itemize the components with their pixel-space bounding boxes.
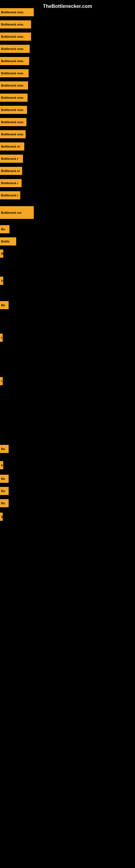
bar-label: Bottleneck resu <box>0 130 26 138</box>
bar-label: Bottle <box>0 237 16 246</box>
bar-label: b <box>0 461 3 469</box>
bar-item: Bottleneck r <box>0 155 23 163</box>
bar-label: Bottleneck r <box>0 155 23 163</box>
bar-label: l <box>0 334 3 342</box>
bar-label: Bottleneck resu <box>0 8 34 16</box>
bar-item: Bo <box>0 499 9 507</box>
bar-label: Bottleneck resu <box>0 69 29 77</box>
bar-item: Bo <box>0 487 9 495</box>
bar-item: Bottleneck r <box>0 179 21 187</box>
bar-label: l <box>0 377 3 385</box>
bar-item: Bottleneck resu <box>0 20 31 29</box>
bar-item: b <box>0 277 3 285</box>
bar-label: Bottleneck resu <box>0 118 27 126</box>
bar-item: Bo <box>0 445 9 453</box>
bar-label: Bottleneck res <box>0 206 34 219</box>
bar-item: Bo <box>0 225 9 233</box>
bar-label: b <box>0 513 3 521</box>
bar-label: Bo <box>0 487 9 495</box>
bar-label: Bottleneck re <box>0 167 22 175</box>
bar-item: Bottleneck res <box>0 206 34 219</box>
bar-item: l <box>0 377 3 385</box>
bar-item: Bottleneck resu <box>0 82 28 90</box>
bar-item: B <box>0 250 3 258</box>
bar-label: Bottleneck re <box>0 143 24 151</box>
bar-item: Bo <box>0 301 9 309</box>
bar-label: Bottleneck r <box>0 179 21 187</box>
bar-label: Bottleneck resu <box>0 57 29 65</box>
bar-item: b <box>0 513 3 521</box>
bar-label: b <box>0 277 3 285</box>
bar-item: Bottleneck resu <box>0 69 29 77</box>
bar-label: Bo <box>0 301 9 309</box>
bar-item: Bottleneck resu <box>0 118 27 126</box>
bar-label: Bottleneck resu <box>0 82 28 90</box>
bar-item: Bo <box>0 475 9 483</box>
bar-item: Bottleneck resu <box>0 94 28 102</box>
bar-label: Bo <box>0 475 9 483</box>
bar-item: Bottleneck resu <box>0 33 31 41</box>
bar-item: l <box>0 334 3 342</box>
bar-label: Bottleneck r <box>0 191 20 199</box>
bar-label: Bo <box>0 499 9 507</box>
bar-item: Bottle <box>0 237 16 246</box>
bar-item: Bottleneck resu <box>0 130 26 138</box>
bar-item: Bottleneck resu <box>0 57 29 65</box>
bar-label: Bo <box>0 445 9 453</box>
bar-label: B <box>0 250 3 258</box>
bar-label: Bottleneck resu <box>0 45 30 53</box>
bar-label: Bottleneck resu <box>0 106 27 114</box>
bar-item: b <box>0 461 3 469</box>
bar-label: Bo <box>0 225 9 233</box>
bar-item: Bottleneck re <box>0 167 22 175</box>
bar-label: Bottleneck resu <box>0 94 28 102</box>
bar-item: Bottleneck resu <box>0 106 27 114</box>
bar-item: Bottleneck resu <box>0 8 34 16</box>
bar-item: Bottleneck r <box>0 191 20 199</box>
bar-label: Bottleneck resu <box>0 20 31 29</box>
bar-item: Bottleneck re <box>0 143 24 151</box>
bar-label: Bottleneck resu <box>0 33 31 41</box>
bar-item: Bottleneck resu <box>0 45 30 53</box>
